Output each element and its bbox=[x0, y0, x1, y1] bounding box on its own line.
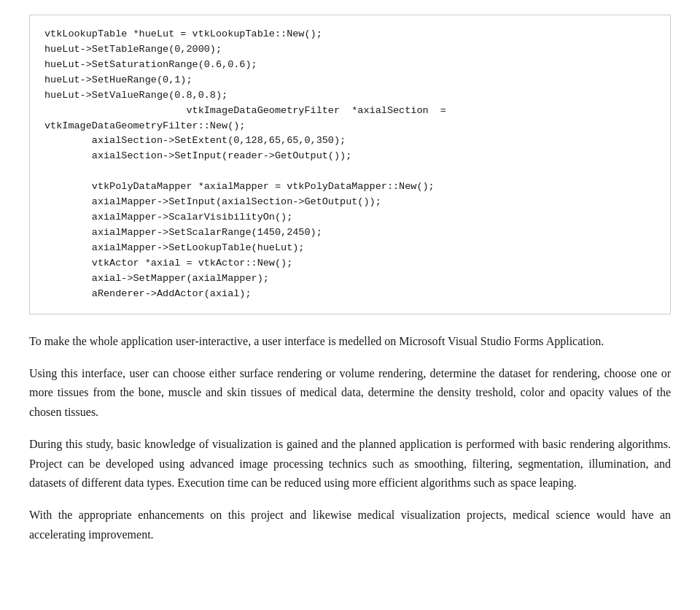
prose-section: To make the whole application user-inter… bbox=[29, 332, 671, 545]
code-block: vtkLookupTable *hueLut = vtkLookupTable:… bbox=[29, 15, 671, 314]
paragraph-1: To make the whole application user-inter… bbox=[29, 332, 671, 351]
paragraph-2: Using this interface, user can choose ei… bbox=[29, 364, 671, 422]
paragraph-4: With the appropriate enhancements on thi… bbox=[29, 506, 671, 544]
code-content: vtkLookupTable *hueLut = vtkLookupTable:… bbox=[44, 28, 446, 299]
paragraph-3: During this study, basic knowledge of vi… bbox=[29, 435, 671, 493]
